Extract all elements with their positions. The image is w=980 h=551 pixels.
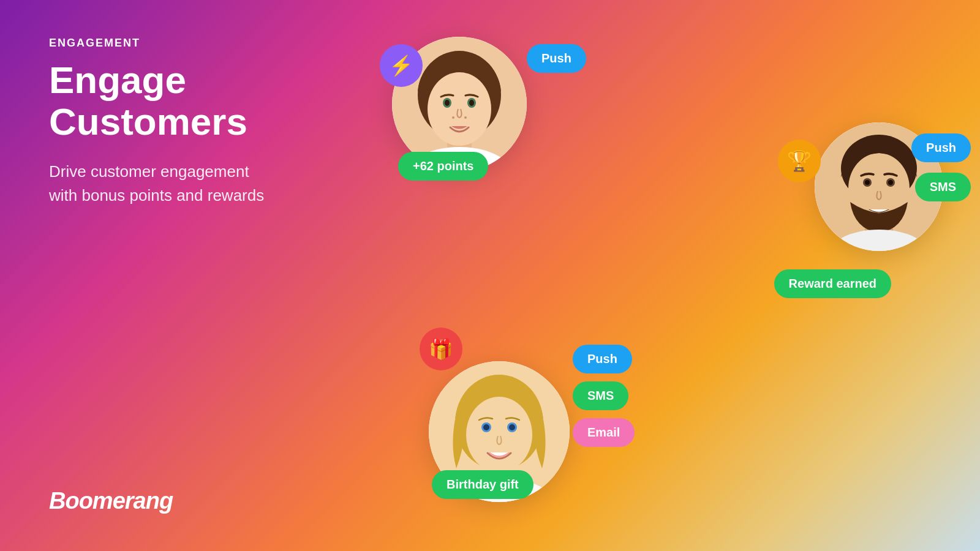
main-title: Engage Customers — [49, 59, 282, 143]
trophy-icon: 🏆 — [778, 140, 821, 182]
badge-push-top: Push — [527, 44, 586, 73]
svg-point-23 — [466, 397, 532, 473]
app-container: ENGAGEMENT Engage Customers Drive custom… — [0, 0, 980, 551]
badge-points: +62 points — [398, 152, 488, 181]
brand-logo: Boomerang — [49, 488, 173, 514]
svg-point-27 — [509, 424, 515, 430]
svg-point-26 — [483, 424, 489, 430]
left-panel: ENGAGEMENT Engage Customers Drive custom… — [0, 0, 318, 551]
description: Drive customer engagement with bonus poi… — [49, 160, 282, 208]
lightning-icon: ⚡ — [380, 44, 423, 87]
svg-point-3 — [428, 72, 491, 146]
badge-sms-right: SMS — [915, 173, 971, 201]
badge-sms-bottom: SMS — [573, 381, 628, 410]
badge-push-bottom: Push — [573, 345, 632, 373]
section-label: ENGAGEMENT — [49, 37, 282, 50]
gift-icon: 🎁 — [420, 328, 462, 370]
svg-point-17 — [865, 180, 870, 185]
svg-point-18 — [888, 180, 893, 185]
svg-point-7 — [469, 100, 474, 106]
svg-point-8 — [452, 116, 454, 119]
badge-reward: Reward earned — [774, 269, 891, 298]
svg-point-6 — [445, 100, 450, 106]
badge-birthday: Birthday gift — [432, 470, 533, 499]
svg-point-9 — [464, 116, 467, 119]
badge-push-right: Push — [911, 133, 971, 162]
right-panel: ⚡ 🏆 🎁 Push +62 points Push SMS Reward ea… — [318, 0, 980, 551]
badge-email-bottom: Email — [573, 418, 635, 447]
